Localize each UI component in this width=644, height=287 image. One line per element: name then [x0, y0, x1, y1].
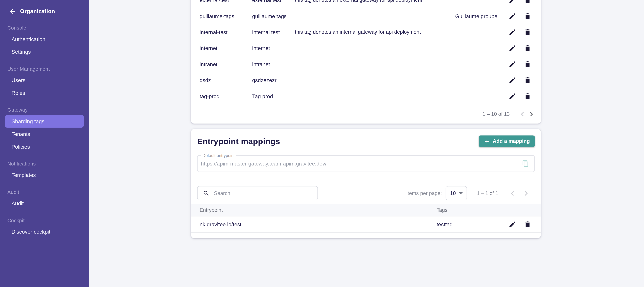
nav-section-label: Console [0, 23, 89, 33]
tag-name: external test [252, 0, 295, 3]
chevron-left-icon [508, 189, 517, 198]
search-input[interactable] [213, 190, 314, 196]
tag-row-actions [506, 28, 532, 36]
mappings-table-header: Entrypoint Tags [191, 204, 541, 216]
tag-name: Tag prod [252, 93, 295, 99]
tag-name: guillaume tags [252, 13, 295, 19]
edit-tag-button[interactable] [508, 92, 517, 101]
add-mapping-button[interactable]: Add a mapping [479, 136, 535, 147]
sidebar-item-label: Roles [12, 90, 25, 96]
mapping-entrypoint: nk.gravitee.io/test [200, 222, 437, 228]
trash-icon [524, 44, 531, 52]
edit-pencil-icon [508, 220, 516, 228]
tag-name: internet [252, 45, 295, 51]
delete-tag-button[interactable] [523, 28, 532, 36]
mappings-range-label: 1 – 1 of 1 [477, 190, 498, 196]
tags-next-page-button[interactable] [527, 110, 536, 118]
trash-icon [524, 60, 531, 68]
delete-tag-button[interactable] [523, 0, 532, 4]
delete-mapping-button[interactable] [523, 220, 532, 229]
tags-prev-page-button[interactable] [518, 110, 527, 118]
mappings-next-page-button[interactable] [522, 189, 531, 198]
edit-tag-button[interactable] [508, 76, 517, 84]
sidebar-item-policies[interactable]: Policies [5, 140, 84, 153]
sidebar-item-sharding-tags[interactable]: Sharding tags [5, 115, 84, 128]
trash-icon [524, 92, 531, 100]
tag-row-actions [506, 0, 532, 4]
edit-tag-button[interactable] [508, 0, 517, 4]
default-entrypoint-label: Default entrypoint [201, 153, 236, 158]
column-header-tags: Tags [437, 207, 506, 213]
edit-pencil-icon [508, 28, 516, 36]
sidebar-item-discover-cockpit[interactable]: Discover cockpit [5, 226, 84, 238]
copy-entrypoint-button[interactable] [521, 160, 530, 168]
nav-section-label: Gateway [0, 105, 89, 115]
add-mapping-label: Add a mapping [493, 138, 530, 144]
mappings-prev-page-button[interactable] [508, 189, 517, 198]
delete-tag-button[interactable] [523, 60, 532, 69]
sidebar-item-authentication[interactable]: Authentication [5, 33, 84, 46]
sidebar-item-label: Audit [12, 200, 24, 206]
sidebar-header: Organization [0, 0, 89, 15]
sidebar-item-label: Users [12, 77, 25, 84]
chevron-right-icon [527, 110, 536, 118]
sidebar-item-label: Tenants [12, 131, 30, 137]
sidebar-item-tenants[interactable]: Tenants [5, 128, 84, 140]
sidebar-item-label: Discover cockpit [12, 229, 50, 235]
tag-name: qsdzezezr [252, 77, 295, 83]
tag-restricted-groups: Guillaume groupe [432, 13, 506, 19]
page-title: Entrypoint mappings [197, 136, 280, 146]
sidebar-item-label: Sharding tags [12, 118, 44, 124]
mappings-table-body: nk.gravitee.io/testtesttag [191, 216, 541, 233]
tag-row: internetinternet [191, 40, 541, 56]
items-per-page-select[interactable]: 10 [446, 186, 467, 200]
trash-icon [524, 0, 531, 4]
trash-icon [524, 220, 531, 228]
tags-range-label: 1 – 10 of 13 [482, 111, 510, 117]
mapping-row-actions [506, 220, 532, 229]
organization-title: Organization [20, 8, 55, 14]
sidebar-item-label: Policies [12, 144, 30, 150]
sharding-tags-table: external-testexternal testthis tag denot… [191, 0, 541, 104]
sidebar-item-users[interactable]: Users [5, 74, 84, 86]
tag-row-actions [506, 12, 532, 20]
delete-tag-button[interactable] [523, 12, 532, 20]
edit-pencil-icon [508, 60, 516, 68]
tag-id: internal-test [200, 29, 252, 35]
edit-tag-button[interactable] [508, 28, 517, 36]
trash-icon [524, 12, 531, 20]
delete-tag-button[interactable] [523, 76, 532, 84]
edit-pencil-icon [508, 44, 516, 52]
main-content: external-testexternal testthis tag denot… [89, 0, 644, 287]
sidebar-item-roles[interactable]: Roles [5, 86, 84, 99]
nav-section-label: Audit [0, 187, 89, 197]
sidebar-item-label: Settings [12, 49, 31, 55]
nav-section-label: User Management [0, 64, 89, 74]
mapping-row: nk.gravitee.io/testtesttag [191, 216, 541, 233]
sidebar-item-templates[interactable]: Templates [5, 169, 84, 182]
edit-tag-button[interactable] [508, 44, 517, 52]
back-button[interactable] [9, 8, 16, 15]
edit-tag-button[interactable] [508, 12, 517, 20]
tags-paginator: 1 – 10 of 13 [191, 104, 541, 124]
tag-id: tag-prod [200, 93, 252, 99]
delete-tag-button[interactable] [523, 44, 532, 52]
sidebar: Organization ConsoleAuthenticationSettin… [0, 0, 89, 287]
delete-tag-button[interactable] [523, 92, 532, 101]
tag-name: intranet [252, 61, 295, 67]
tag-row: tag-prodTag prod [191, 88, 541, 104]
edit-tag-button[interactable] [508, 60, 517, 69]
tag-row: guillaume-tagsguillaume tagsGuillaume gr… [191, 8, 541, 24]
tag-row-actions [506, 44, 532, 52]
edit-mapping-button[interactable] [508, 220, 517, 229]
trash-icon [524, 76, 531, 84]
app-root: Organization ConsoleAuthenticationSettin… [0, 0, 644, 287]
default-entrypoint-value: https://apim-master-gateway.team-apim.gr… [201, 160, 521, 167]
tag-row: internal-testinternal testthis tag denot… [191, 24, 541, 40]
sidebar-item-settings[interactable]: Settings [5, 46, 84, 58]
nav-section-label: Notifications [0, 159, 89, 169]
sidebar-item-audit[interactable]: Audit [5, 197, 84, 210]
edit-pencil-icon [508, 0, 516, 4]
edit-pencil-icon [508, 76, 516, 84]
mapping-tags: testtag [437, 222, 506, 228]
